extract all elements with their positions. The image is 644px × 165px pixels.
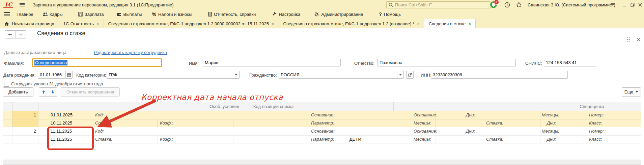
cell-label-koef: Коэф.: bbox=[160, 135, 173, 143]
sections-menu-icon[interactable] bbox=[4, 11, 10, 17]
insured-person-section-label: Данные застрахованного лица bbox=[4, 50, 66, 55]
menu-item-glavnoe[interactable]: Главное bbox=[17, 12, 33, 17]
menu-item-pomosch[interactable]: ? Помощь bbox=[379, 11, 401, 17]
snils-field[interactable]: 124-158-543 41 bbox=[544, 59, 596, 66]
period-end-date[interactable]: 11.11.2025 bbox=[51, 135, 72, 143]
category-label: Код категории: bbox=[76, 73, 106, 78]
parametr-value[interactable]: ДЕТИ bbox=[349, 135, 361, 143]
cell-label-osnovanie: Основание: bbox=[311, 111, 335, 119]
edit-employee-card-link[interactable]: Редактировать карточку сотрудника bbox=[94, 50, 167, 55]
annotation-text: Корректная дата начала отпуска bbox=[141, 93, 283, 102]
tab-close-icon[interactable]: × bbox=[468, 22, 471, 26]
form-more-icon[interactable] bbox=[626, 36, 631, 43]
window-minimize-button[interactable] bbox=[621, 1, 628, 8]
dismissed-checkbox-label: Сотрудник уволен 31 декабря отчетного го… bbox=[11, 81, 103, 86]
menu-item-nastroyka[interactable]: Настройка bbox=[272, 12, 300, 17]
period-start-date[interactable]: 11.11.2025 bbox=[51, 127, 72, 135]
tab-1c-otchetnost[interactable]: 1С-Отчетность × bbox=[59, 19, 104, 28]
tab-close-icon[interactable]: × bbox=[272, 22, 274, 26]
gear-icon bbox=[314, 12, 319, 17]
tab-svedeniya-o-stazhe[interactable]: Сведения о стаже × bbox=[424, 19, 476, 28]
inn-field[interactable]: 323300230308 bbox=[431, 71, 568, 79]
cell-label-parametr: Параметр: bbox=[311, 119, 334, 127]
chevron-down-icon bbox=[636, 91, 638, 93]
forward-button[interactable]: → bbox=[15, 31, 26, 38]
wrench-icon bbox=[272, 12, 277, 17]
table-header-row: Особ. условия Код позиции списка Спецоце… bbox=[3, 102, 641, 111]
table-row[interactable]: 1 01.01.2025 Код: Основание: Основание: … bbox=[3, 111, 641, 127]
dismissed-checkbox[interactable] bbox=[4, 82, 9, 87]
chevron-down-icon[interactable] bbox=[233, 71, 239, 78]
question-icon: ? bbox=[379, 11, 382, 17]
gridlines bbox=[3, 119, 3, 127]
cell-label-dni: Дни: bbox=[547, 135, 556, 143]
gridlines bbox=[3, 127, 3, 135]
citizenship-combobox[interactable]: РОССИЯ bbox=[279, 71, 404, 79]
category-combobox[interactable]: ГРФ bbox=[107, 71, 240, 79]
birthdate-field[interactable]: 01.01.1966 bbox=[38, 71, 66, 79]
open-link-icon bbox=[408, 73, 412, 77]
more-button[interactable]: Еще bbox=[622, 87, 641, 97]
move-buttons bbox=[39, 87, 57, 97]
current-user[interactable]: Савинская З.Ю. (Системный программист) bbox=[528, 2, 615, 7]
middlename-field[interactable]: Пахомовна bbox=[377, 59, 516, 66]
form-close-icon[interactable] bbox=[636, 36, 641, 43]
notifications-bell-icon[interactable]: 3 bbox=[490, 1, 497, 8]
firstname-field[interactable]: Мария bbox=[203, 59, 341, 66]
tab-close-icon[interactable]: × bbox=[96, 22, 99, 26]
search-input[interactable]: Поиск Ctrl+Shift+F bbox=[386, 1, 491, 8]
cell-label-osnovanie: Основание: bbox=[311, 127, 335, 135]
hamburger-menu-icon[interactable] bbox=[20, 2, 25, 7]
window-close-button[interactable] bbox=[636, 1, 644, 8]
cell-label-stavka: Ставка: bbox=[95, 119, 112, 127]
form-svedeniya-o-stazhe: ← → Сведения о стаже Данные застрахованн… bbox=[0, 28, 644, 165]
menu-item-label: Помощь bbox=[384, 12, 401, 17]
menu-item-label: Налоги и взносы bbox=[158, 12, 192, 17]
chevron-down-icon[interactable] bbox=[397, 71, 403, 78]
inn-label: ИНН: bbox=[421, 73, 431, 78]
menu-item-vyplaty[interactable]: Выплаты bbox=[116, 12, 142, 17]
field-value: РОССИЯ bbox=[281, 72, 300, 77]
cell-label-stavka: Ставка: bbox=[95, 135, 112, 143]
wallet-icon bbox=[116, 12, 121, 16]
percent-icon: % bbox=[152, 11, 156, 17]
open-item-button[interactable] bbox=[406, 71, 414, 79]
history-icon[interactable] bbox=[503, 1, 511, 8]
cell-label-kod: Код: bbox=[95, 111, 104, 119]
lastname-field[interactable]: Солодовникова bbox=[32, 58, 162, 67]
tab-efs1-new[interactable]: Сведения о страховом стаже, ЕФС-1 подраз… bbox=[279, 19, 424, 28]
add-button[interactable]: Добавить bbox=[3, 87, 33, 97]
menu-item-zarplata[interactable]: Зарплата bbox=[78, 12, 104, 17]
move-down-button[interactable] bbox=[48, 88, 57, 96]
annotation-arrow bbox=[0, 28, 644, 165]
service-menu-icon[interactable] bbox=[609, 1, 617, 8]
search-icon bbox=[389, 3, 393, 7]
cell-label-osnovanie: Основание: bbox=[414, 111, 437, 119]
field-value: 323300230308 bbox=[433, 72, 462, 77]
cell-label-nomer: Номер: bbox=[589, 111, 604, 119]
window-restore-button[interactable] bbox=[629, 1, 636, 8]
period-end-date[interactable]: 10.11.2025 bbox=[51, 119, 72, 127]
lastname-label: Фамилия: bbox=[4, 61, 24, 66]
menu-item-otchetnost[interactable]: Отчетность, справки bbox=[208, 12, 256, 17]
table-row[interactable]: 2 11.11.2025 Код: Основание: Основание: … bbox=[3, 127, 641, 143]
tab-efs1-saved[interactable]: Сведения о страховом стаже, ЕФС-1 подраз… bbox=[104, 19, 279, 28]
horizontal-scrollbar[interactable] bbox=[3, 160, 641, 165]
calendar-button[interactable] bbox=[65, 71, 73, 79]
row-number: 1 bbox=[12, 111, 36, 119]
cell-label-mesyacy: Месяцы: bbox=[542, 127, 559, 135]
tab-label: Сведения о страховом стаже, ЕФС-1 подраз… bbox=[108, 21, 269, 26]
gridlines bbox=[3, 135, 3, 143]
tab-close-icon[interactable]: × bbox=[417, 22, 420, 26]
tab-home[interactable]: Начальная страница bbox=[0, 19, 59, 28]
menu-item-administrirovanie[interactable]: Администрирование bbox=[314, 12, 363, 17]
menu-item-nalogi[interactable]: % Налоги и взносы bbox=[152, 11, 192, 17]
move-up-button[interactable] bbox=[39, 88, 48, 96]
period-start-date[interactable]: 01.01.2025 bbox=[51, 111, 73, 119]
cell-label-mesyacy: Месяцы: bbox=[414, 135, 431, 143]
favorites-star-icon[interactable] bbox=[515, 1, 523, 8]
back-button[interactable]: ← bbox=[5, 31, 15, 38]
undo-corrections-button[interactable]: Отменить исправления bbox=[61, 87, 120, 97]
menu-item-kadry[interactable]: Кадры bbox=[43, 12, 63, 17]
citizenship-label: Гражданство: bbox=[249, 73, 277, 78]
